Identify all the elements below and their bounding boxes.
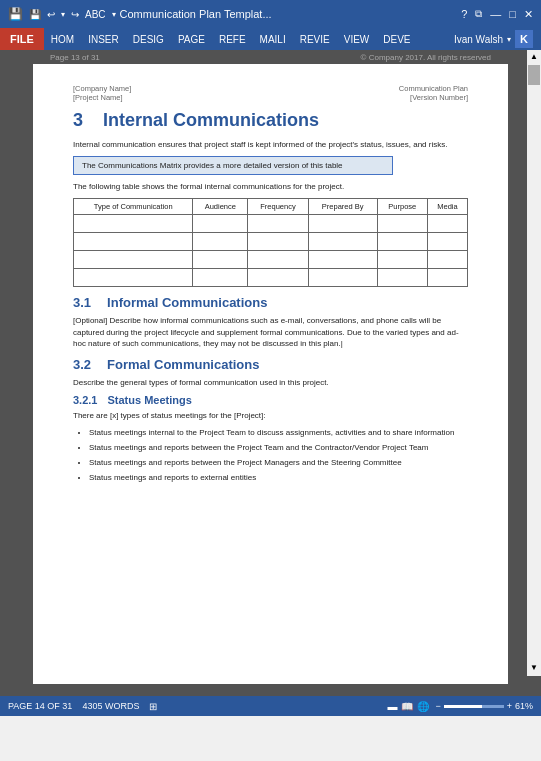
section-321-intro: There are [x] types of status meetings f…: [73, 410, 468, 421]
col-type: Type of Communication: [74, 199, 193, 215]
close-button[interactable]: ✕: [524, 8, 533, 21]
col-frequency: Frequency: [248, 199, 308, 215]
table-row: [74, 251, 468, 269]
tab-view[interactable]: VIEW: [337, 28, 377, 50]
title-bar-icons: 💾 💾 ↩ ▾ ↪ ABC ▾: [8, 7, 116, 21]
tab-review[interactable]: REVIE: [293, 28, 337, 50]
scroll-bar[interactable]: ▲ ▼: [527, 50, 541, 676]
list-item: Status meetings internal to the Project …: [89, 427, 468, 439]
view-icons: ▬ 📖 🌐: [387, 701, 429, 712]
copyright-text: © Company 2017. All rights reserved: [361, 53, 491, 62]
tab-design[interactable]: DESIG: [126, 28, 171, 50]
restore-window-icon[interactable]: ⧉: [475, 8, 482, 20]
ribbon-user: Ivan Walsh ▾ K: [446, 30, 541, 48]
col-purpose: Purpose: [377, 199, 427, 215]
status-left: PAGE 14 OF 31 4305 WORDS ⊞: [8, 701, 157, 712]
section-32-label: Formal Communications: [107, 357, 259, 372]
section-3-label: Internal Communications: [103, 110, 319, 130]
section-3-title: 3Internal Communications: [73, 110, 468, 131]
web-layout-icon[interactable]: 🌐: [417, 701, 429, 712]
col-prepared: Prepared By: [308, 199, 377, 215]
page-header-strip: Page 13 of 31 © Company 2017. All rights…: [0, 50, 541, 64]
table-row: [74, 233, 468, 251]
communications-table: Type of Communication Audience Frequency…: [73, 198, 468, 287]
list-item: Status meetings and reports between the …: [89, 457, 468, 469]
status-right: ▬ 📖 🌐 − + 61%: [387, 701, 533, 712]
zoom-percent: 61%: [515, 701, 533, 711]
table-row: [74, 215, 468, 233]
print-layout-icon[interactable]: ▬: [387, 701, 397, 712]
scroll-thumb[interactable]: [528, 65, 540, 85]
document-page[interactable]: [Company Name] [Project Name] Communicat…: [33, 64, 508, 684]
project-name: [Project Name]: [73, 93, 131, 102]
read-mode-icon[interactable]: 📖: [401, 701, 413, 712]
list-item: Status meetings and reports between the …: [89, 442, 468, 454]
col-audience: Audience: [193, 199, 248, 215]
document-title: Communication Plan Templat...: [120, 8, 272, 20]
word-count: 4305 WORDS: [82, 701, 139, 711]
scroll-up-button[interactable]: ▲: [528, 50, 540, 63]
spellcheck-icon[interactable]: ABC: [85, 9, 106, 20]
more-icon[interactable]: ▾: [112, 10, 116, 19]
section-32-title: 3.2Formal Communications: [73, 357, 468, 372]
company-info: [Company Name] [Project Name]: [73, 84, 131, 102]
section-31-title: 3.1Informal Communications: [73, 295, 468, 310]
undo-icon[interactable]: ↩: [47, 9, 55, 20]
maximize-button[interactable]: □: [509, 8, 516, 20]
title-bar: 💾 💾 ↩ ▾ ↪ ABC ▾ Communication Plan Templ…: [0, 0, 541, 28]
intro-paragraph: Internal communication ensures that proj…: [73, 139, 468, 150]
section-32-number: 3.2: [73, 357, 91, 372]
minimize-button[interactable]: —: [490, 8, 501, 20]
table-row: [74, 269, 468, 287]
word-icon: 💾: [8, 7, 23, 21]
page-number-header: Page 13 of 31: [50, 53, 100, 62]
section-32-body: Describe the general types of formal com…: [73, 377, 468, 388]
word-count-icon: ⊞: [149, 701, 157, 712]
section-321-number: 3.2.1: [73, 394, 97, 406]
section-31-number: 3.1: [73, 295, 91, 310]
doc-title-info: Communication Plan [Version Number]: [399, 84, 468, 102]
doc-title-label: Communication Plan: [399, 84, 468, 93]
redo-dropdown-icon[interactable]: ▾: [61, 10, 65, 19]
tab-references[interactable]: REFE: [212, 28, 253, 50]
tab-insert[interactable]: INSER: [81, 28, 126, 50]
info-box: The Communications Matrix provides a mor…: [73, 156, 393, 175]
user-dropdown-icon[interactable]: ▾: [507, 35, 511, 44]
section-31-label: Informal Communications: [107, 295, 267, 310]
section-321-label: Status Meetings: [107, 394, 191, 406]
status-meetings-list: Status meetings internal to the Project …: [89, 427, 468, 484]
user-avatar: K: [515, 30, 533, 48]
help-icon[interactable]: ?: [461, 8, 467, 20]
table-intro: The following table shows the formal int…: [73, 181, 468, 192]
tab-home[interactable]: HOM: [44, 28, 81, 50]
section-3-number: 3: [73, 110, 83, 130]
file-menu-button[interactable]: FILE: [0, 28, 44, 50]
company-header: [Company Name] [Project Name] Communicat…: [73, 84, 468, 102]
ribbon-tabs: HOM INSER DESIG PAGE REFE MAILI REVIE VI…: [44, 28, 418, 50]
document-area: Page 13 of 31 © Company 2017. All rights…: [0, 50, 541, 696]
section-321-title: 3.2.1Status Meetings: [73, 394, 468, 406]
tab-developer[interactable]: DEVE: [376, 28, 417, 50]
tab-page[interactable]: PAGE: [171, 28, 212, 50]
version-number: [Version Number]: [399, 93, 468, 102]
zoom-slider-track[interactable]: [444, 705, 504, 708]
zoom-controls: − + 61%: [435, 701, 533, 711]
redo-icon[interactable]: ↪: [71, 9, 79, 20]
company-name: [Company Name]: [73, 84, 131, 93]
section-31-body: [Optional] Describe how informal communi…: [73, 315, 468, 349]
list-item: Status meetings and reports to external …: [89, 472, 468, 484]
status-bar: PAGE 14 OF 31 4305 WORDS ⊞ ▬ 📖 🌐 − + 61%: [0, 696, 541, 716]
tab-mailings[interactable]: MAILI: [253, 28, 293, 50]
title-bar-left: 💾 💾 ↩ ▾ ↪ ABC ▾ Communication Plan Templ…: [8, 7, 272, 21]
table-header-row: Type of Communication Audience Frequency…: [74, 199, 468, 215]
col-media: Media: [427, 199, 467, 215]
zoom-in-button[interactable]: +: [507, 701, 512, 711]
page-info: PAGE 14 OF 31: [8, 701, 72, 711]
zoom-out-button[interactable]: −: [435, 701, 440, 711]
user-name: Ivan Walsh: [454, 34, 503, 45]
save-icon[interactable]: 💾: [29, 9, 41, 20]
scroll-down-button[interactable]: ▼: [528, 661, 540, 674]
zoom-slider-fill: [444, 705, 482, 708]
ribbon: FILE HOM INSER DESIG PAGE REFE MAILI REV…: [0, 28, 541, 50]
